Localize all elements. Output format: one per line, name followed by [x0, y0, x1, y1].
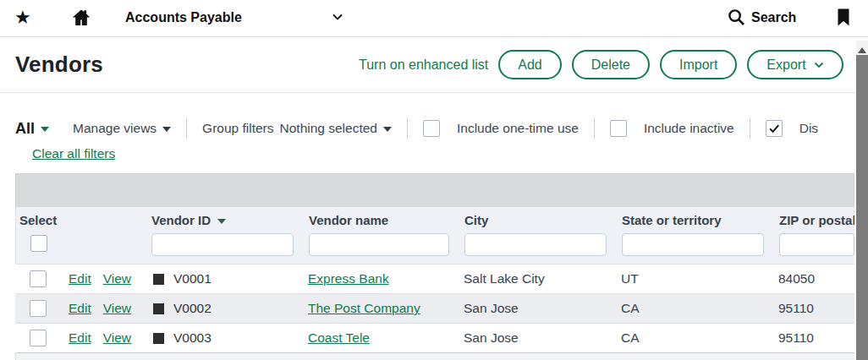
page-header: Vendors Turn on enhanced list Add Delete…: [0, 38, 868, 93]
table-footer-strip: [15, 352, 854, 360]
column-filter-row: [16, 233, 854, 256]
select-all-checkbox[interactable]: [30, 235, 47, 252]
column-vendor-name[interactable]: Vendor name: [302, 213, 458, 227]
display-option: Dis: [766, 120, 818, 137]
home-icon[interactable]: [71, 8, 91, 28]
view-selector-dropdown[interactable]: All: [15, 120, 49, 138]
manage-views-dropdown[interactable]: Manage views: [73, 121, 171, 136]
table-row: Edit View V0001 Express Bank Salt Lake C…: [15, 264, 854, 293]
add-button[interactable]: Add: [498, 50, 561, 79]
enhanced-list-link[interactable]: Turn on enhanced list: [359, 57, 488, 73]
group-filters-dropdown[interactable]: Group filters Nothing selected: [202, 121, 392, 136]
top-navigation-bar: ★ Accounts Payable Search: [0, 0, 868, 37]
group-filters-value: Nothing selected: [280, 121, 377, 136]
table-toolbar-band: [15, 173, 854, 207]
city-value: Salt Lake City: [457, 271, 614, 286]
page-title: Vendors: [15, 52, 103, 78]
state-filter-input[interactable]: [622, 233, 764, 256]
vendor-id: V0003: [173, 330, 212, 346]
search-icon: [728, 8, 745, 26]
clear-all-filters-link[interactable]: Clear all filters: [32, 146, 115, 161]
module-chevron-down-icon[interactable]: [332, 13, 343, 21]
view-link[interactable]: View: [103, 271, 131, 286]
manage-views-label: Manage views: [73, 121, 157, 136]
filter-row: All Manage views Group filters Nothing s…: [15, 116, 818, 141]
divider: [407, 117, 408, 139]
divider: [186, 117, 187, 139]
include-one-time-use-option: Include one-time use: [423, 120, 579, 137]
column-select: Select: [16, 213, 145, 227]
vertical-scrollbar[interactable]: [856, 41, 868, 360]
city-value: San Jose: [457, 301, 614, 316]
vendor-id-filter-input[interactable]: [151, 233, 294, 256]
row-checkbox[interactable]: [30, 270, 47, 287]
table-row: Edit View V0002 The Post Company San Jos…: [15, 293, 854, 323]
table-header: Select Vendor ID Vendor name City State …: [15, 207, 854, 264]
edit-link[interactable]: Edit: [69, 301, 91, 316]
city-value: San Jose: [457, 330, 614, 346]
zip-filter-input[interactable]: [779, 233, 854, 256]
export-chevron-down-icon: [814, 62, 824, 68]
edit-link[interactable]: Edit: [69, 271, 91, 286]
export-label: Export: [766, 57, 805, 73]
state-value: UT: [614, 271, 772, 286]
import-button[interactable]: Import: [660, 50, 737, 79]
vendor-name-link[interactable]: Express Bank: [308, 271, 389, 286]
include-one-time-use-label: Include one-time use: [457, 121, 579, 136]
global-search[interactable]: Search: [728, 8, 796, 26]
column-state[interactable]: State or territory: [615, 213, 772, 227]
include-inactive-option: Include inactive: [610, 120, 734, 137]
include-inactive-checkbox[interactable]: [610, 120, 627, 137]
module-selector[interactable]: Accounts Payable: [125, 10, 242, 25]
column-header-row: Select Vendor ID Vendor name City State …: [16, 213, 854, 227]
status-square-icon: [153, 303, 164, 314]
include-inactive-label: Include inactive: [644, 121, 734, 136]
view-selector-caret-icon: [41, 127, 49, 132]
manage-views-caret-icon: [162, 127, 171, 132]
vendor-list-table: Select Vendor ID Vendor name City State …: [15, 173, 854, 360]
view-selector-label: All: [15, 120, 35, 138]
export-button[interactable]: Export: [747, 50, 843, 79]
vendor-name-filter-input[interactable]: [309, 233, 449, 256]
zip-value: 84050: [772, 271, 854, 286]
divider: [594, 117, 595, 139]
city-filter-input[interactable]: [464, 233, 607, 256]
state-value: CA: [614, 330, 772, 346]
delete-button[interactable]: Delete: [572, 50, 650, 79]
filter-bar: All Manage views Group filters Nothing s…: [0, 94, 868, 173]
group-filters-caret-icon: [383, 127, 392, 132]
column-city[interactable]: City: [458, 213, 615, 227]
group-filters-label: Group filters: [202, 121, 273, 136]
display-label: Dis: [799, 121, 818, 136]
vendor-name-link[interactable]: Coast Tele: [308, 330, 370, 345]
favorites-star-icon[interactable]: ★: [14, 8, 31, 28]
divider: [750, 117, 750, 139]
header-actions: Turn on enhanced list Add Delete Import …: [359, 50, 843, 79]
bookmark-icon[interactable]: [836, 7, 851, 29]
state-value: CA: [614, 301, 772, 316]
view-link[interactable]: View: [103, 330, 131, 346]
column-vendor-id[interactable]: Vendor ID: [145, 213, 302, 227]
view-link[interactable]: View: [103, 301, 131, 316]
column-vendor-id-label: Vendor ID: [151, 213, 211, 227]
row-checkbox[interactable]: [30, 300, 47, 317]
sort-desc-icon: [217, 219, 226, 224]
status-square-icon: [153, 333, 164, 344]
zip-value: 95110: [772, 330, 854, 346]
scroll-up-arrow-icon[interactable]: [856, 41, 868, 53]
vendor-name-link[interactable]: The Post Company: [308, 301, 420, 315]
search-label: Search: [751, 10, 796, 25]
row-checkbox[interactable]: [30, 330, 47, 346]
display-checkbox[interactable]: [766, 120, 783, 137]
status-square-icon: [153, 274, 164, 285]
zip-value: 95110: [772, 301, 854, 316]
include-one-time-use-checkbox[interactable]: [423, 120, 440, 137]
scrollbar-thumb[interactable]: [856, 55, 868, 360]
vendor-id: V0002: [173, 301, 212, 316]
vendor-id: V0001: [173, 271, 212, 286]
table-row: Edit View V0003 Coast Tele San Jose CA 9…: [15, 323, 854, 352]
column-zip[interactable]: ZIP or postal: [772, 213, 854, 227]
edit-link[interactable]: Edit: [69, 330, 91, 346]
